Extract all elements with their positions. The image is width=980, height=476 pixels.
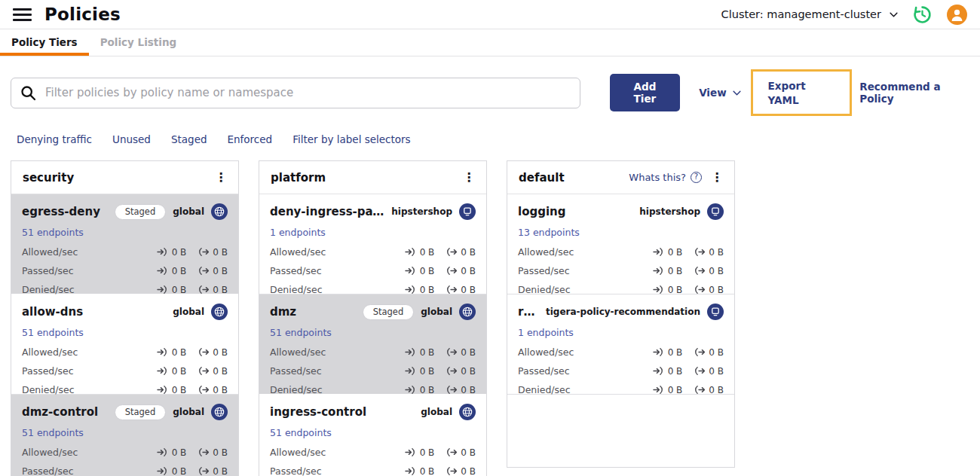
- endpoints-link[interactable]: 51 endpoints: [270, 427, 332, 438]
- tier-name: platform: [271, 171, 326, 185]
- policy-name[interactable]: dmz: [270, 305, 296, 319]
- endpoints-link[interactable]: 51 endpoints: [270, 327, 332, 338]
- filter-unused[interactable]: Unused: [112, 133, 151, 145]
- egress-value: 0 B: [709, 347, 724, 358]
- history-icon[interactable]: [912, 5, 933, 25]
- egress-icon: [694, 266, 705, 276]
- global-scope-icon: [459, 404, 476, 420]
- ingress-icon: [653, 366, 664, 376]
- stat-label: Allowed/sec: [270, 447, 326, 458]
- endpoints-link[interactable]: 51 endpoints: [22, 327, 84, 338]
- egress-icon: [694, 385, 705, 395]
- policy-card[interactable]: egress-deny Staged global 51 endpoints A…: [11, 194, 238, 294]
- tier-default: default Whats this? ? ⋮ logging hipsters…: [507, 160, 735, 468]
- tab-policy-listing[interactable]: Policy Listing: [89, 29, 188, 56]
- ingress-icon: [157, 385, 168, 395]
- egress-value: 0 B: [461, 366, 476, 377]
- policy-name[interactable]: logging: [518, 205, 565, 218]
- staged-badge: Staged: [115, 404, 167, 420]
- egress-icon: [446, 347, 457, 357]
- filter-staged[interactable]: Staged: [171, 133, 207, 145]
- chevron-down-icon: [890, 12, 898, 17]
- ingress-icon: [405, 366, 416, 376]
- recommend-policy-button[interactable]: Recommend a Policy: [859, 81, 969, 105]
- top-bar: Policies Cluster: management-cluster: [0, 0, 980, 29]
- add-tier-button[interactable]: Add Tier: [610, 74, 680, 111]
- tier-columns: security ⋮ egress-deny Staged global 51 …: [11, 160, 969, 476]
- global-scope-icon: [211, 404, 228, 420]
- policy-scope-label: global: [421, 307, 452, 317]
- ingress-icon: [157, 466, 168, 476]
- tier-name: security: [23, 171, 74, 185]
- ingress-icon: [405, 447, 416, 457]
- policy-name[interactable]: allow-dns: [22, 305, 83, 319]
- view-dropdown[interactable]: View: [699, 87, 740, 99]
- endpoints-link[interactable]: 13 endpoints: [518, 227, 580, 238]
- policy-name[interactable]: deny-ingress-paymentservi…: [270, 205, 387, 218]
- policy-card[interactable]: allow-dns global 51 endpoints Allowed/se…: [11, 294, 238, 395]
- ingress-value: 0 B: [668, 347, 683, 358]
- stat-label: Denied/sec: [518, 284, 571, 295]
- search-box[interactable]: [11, 78, 580, 108]
- policy-scope-label: hipstershop: [391, 206, 452, 217]
- menu-icon[interactable]: [13, 7, 32, 23]
- policy-card[interactable]: ingress-control global 51 endpoints Allo…: [259, 395, 486, 476]
- policy-card[interactable]: restricted tigera-policy-recommendation …: [507, 294, 734, 395]
- page-title: Policies: [44, 5, 121, 24]
- ingress-icon: [157, 347, 168, 357]
- namespace-icon: [459, 203, 476, 220]
- egress-value: 0 B: [461, 247, 476, 258]
- whats-this-link[interactable]: Whats this? ?: [629, 172, 702, 183]
- ingress-value: 0 B: [172, 385, 187, 395]
- endpoints-link[interactable]: 51 endpoints: [22, 427, 84, 438]
- ingress-value: 0 B: [668, 266, 683, 276]
- endpoints-link[interactable]: 51 endpoints: [22, 227, 84, 238]
- egress-value: 0 B: [461, 466, 476, 476]
- egress-icon: [198, 266, 209, 276]
- egress-value: 0 B: [461, 385, 476, 395]
- policy-scope-label: global: [173, 407, 204, 417]
- policy-card[interactable]: dmz-control Staged global 51 endpoints A…: [11, 395, 238, 476]
- tier-menu-icon[interactable]: ⋮: [711, 172, 723, 184]
- egress-icon: [198, 347, 209, 357]
- ingress-icon: [405, 266, 416, 276]
- egress-value: 0 B: [213, 347, 228, 358]
- filter-denying-traffic[interactable]: Denying traffic: [17, 133, 92, 145]
- ingress-value: 0 B: [172, 466, 187, 476]
- policy-card[interactable]: deny-ingress-paymentservi… hipstershop 1…: [259, 194, 486, 294]
- policy-name[interactable]: ingress-control: [270, 405, 366, 419]
- stat-label: Passed/sec: [518, 265, 570, 276]
- endpoints-link[interactable]: 1 endpoints: [270, 227, 326, 238]
- global-scope-icon: [211, 203, 228, 220]
- egress-icon: [198, 285, 209, 294]
- ingress-icon: [405, 385, 416, 395]
- export-yaml-button[interactable]: Export YAML: [768, 80, 806, 106]
- cluster-selector[interactable]: Cluster: management-cluster: [721, 8, 898, 20]
- egress-value: 0 B: [213, 285, 228, 295]
- user-avatar-icon[interactable]: [947, 5, 967, 25]
- egress-icon: [198, 385, 209, 395]
- egress-icon: [198, 447, 209, 457]
- egress-value: 0 B: [213, 247, 228, 258]
- endpoints-link[interactable]: 1 endpoints: [518, 327, 574, 338]
- policy-card[interactable]: dmz Staged global 51 endpoints Allowed/s…: [259, 294, 486, 395]
- policy-scope-label: global: [173, 307, 204, 317]
- toolbar: Add Tier View Export YAML Recommend a Po…: [11, 69, 969, 116]
- help-icon[interactable]: ?: [691, 172, 702, 183]
- tier-menu-icon[interactable]: ⋮: [463, 172, 475, 184]
- ingress-value: 0 B: [420, 266, 435, 276]
- stat-label: Passed/sec: [22, 365, 74, 377]
- tab-policy-tiers[interactable]: Policy Tiers: [0, 29, 89, 56]
- tabs-bar: Policy Tiers Policy Listing: [0, 29, 980, 56]
- policy-name[interactable]: dmz-control: [22, 405, 98, 419]
- export-yaml-highlight[interactable]: Export YAML: [751, 69, 853, 116]
- ingress-icon: [157, 447, 168, 457]
- filter-enforced[interactable]: Enforced: [228, 133, 273, 145]
- policy-name[interactable]: restricted: [518, 305, 541, 319]
- stat-label: Allowed/sec: [518, 346, 574, 358]
- policy-name[interactable]: egress-deny: [22, 205, 100, 218]
- policy-card[interactable]: logging hipstershop 13 endpoints Allowed…: [507, 194, 734, 294]
- tier-menu-icon[interactable]: ⋮: [215, 172, 227, 184]
- policy-filter-input[interactable]: [44, 85, 571, 100]
- filter-label-selectors[interactable]: Filter by label selectors: [292, 133, 410, 145]
